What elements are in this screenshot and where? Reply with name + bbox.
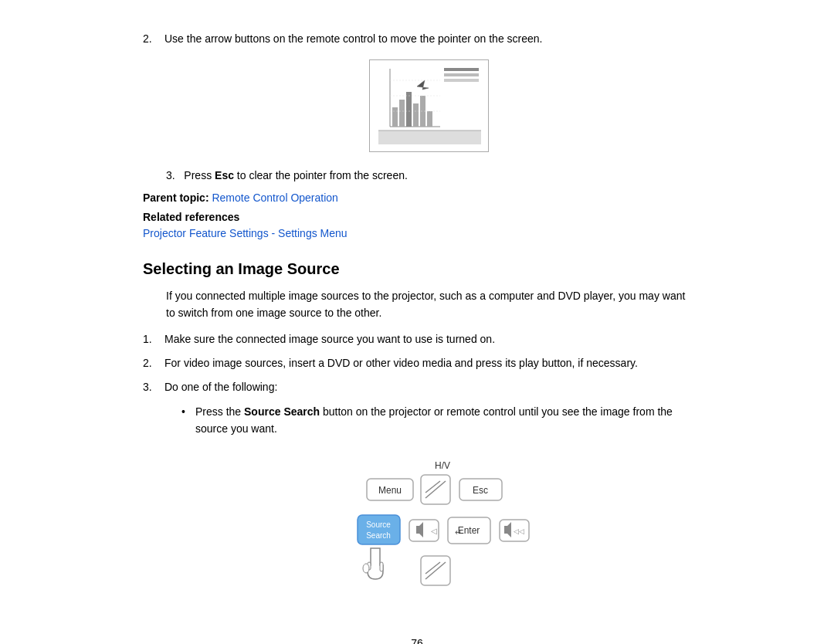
chart-svg bbox=[375, 65, 485, 148]
section-step-1: 1. Make sure the connected image source … bbox=[143, 331, 691, 347]
hand-cursor-icon bbox=[363, 548, 383, 579]
remote-svg-wrapper: H/V Menu Esc Source Search bbox=[320, 452, 537, 606]
svg-rect-0 bbox=[444, 68, 479, 71]
svg-rect-12 bbox=[378, 130, 481, 144]
related-refs-link[interactable]: Projector Feature Settings - Settings Me… bbox=[143, 227, 348, 239]
bullet-1-pre: Press the bbox=[195, 405, 244, 418]
section-step-number-2: 2. bbox=[143, 355, 158, 371]
svg-text:Menu: Menu bbox=[378, 485, 402, 496]
step-3-esc: Esc bbox=[215, 169, 234, 181]
parent-topic-label: Parent topic: bbox=[143, 192, 209, 204]
remote-svg: H/V Menu Esc Source Search bbox=[320, 452, 537, 606]
step-2-text: Use the arrow buttons on the remote cont… bbox=[164, 31, 691, 47]
bullet-1-bold: Source Search bbox=[244, 405, 320, 418]
section-step-1-text: Make sure the connected image source you… bbox=[164, 331, 691, 347]
section-step-3-text: Do one of the following: bbox=[164, 379, 691, 395]
svg-point-42 bbox=[363, 564, 369, 573]
section-step-2: 2. For video image sources, insert a DVD… bbox=[143, 355, 691, 371]
section-step-number-1: 1. bbox=[143, 331, 158, 347]
svg-rect-5 bbox=[392, 107, 398, 127]
svg-rect-25 bbox=[358, 515, 400, 544]
section-step-3: 3. Do one of the following: bbox=[143, 379, 691, 395]
svg-rect-41 bbox=[380, 562, 383, 571]
svg-rect-6 bbox=[399, 100, 405, 127]
related-references: Related references Projector Feature Set… bbox=[143, 209, 691, 242]
bullet-1: • Press the Source Search button on the … bbox=[181, 403, 691, 438]
intro-paragraph: If you connected multiple image sources … bbox=[166, 287, 691, 322]
step-3: 3. Press Esc to clear the pointer from t… bbox=[166, 168, 691, 184]
svg-text:◁◁: ◁◁ bbox=[514, 527, 524, 535]
remote-diagram-container: H/V Menu Esc Source Search bbox=[166, 452, 691, 606]
step-3-pre: Press bbox=[184, 169, 215, 181]
svg-text:↵: ↵ bbox=[455, 527, 462, 537]
svg-text:◁: ◁ bbox=[431, 527, 437, 535]
svg-text:H/V: H/V bbox=[435, 460, 450, 471]
svg-text:Esc: Esc bbox=[473, 485, 488, 496]
step-3-post: to clear the pointer from the screen. bbox=[234, 169, 408, 181]
svg-rect-8 bbox=[413, 103, 419, 127]
section-step-number-3: 3. bbox=[143, 379, 158, 395]
svg-rect-2 bbox=[444, 79, 479, 82]
step-number-2: 2. bbox=[143, 31, 158, 47]
parent-topic: Parent topic: Remote Control Operation bbox=[143, 190, 691, 206]
svg-text:Search: Search bbox=[366, 531, 391, 540]
chart-image-container bbox=[166, 59, 691, 152]
svg-text:Source: Source bbox=[366, 520, 391, 529]
page-content: 2. Use the arrow buttons on the remote c… bbox=[127, 0, 707, 644]
svg-marker-11 bbox=[417, 80, 429, 90]
section-step-2-text: For video image sources, insert a DVD or… bbox=[164, 355, 691, 371]
section-title: Selecting an Image Source bbox=[143, 260, 691, 278]
step-2: 2. Use the arrow buttons on the remote c… bbox=[143, 31, 691, 47]
svg-rect-1 bbox=[444, 73, 479, 76]
chart-diagram bbox=[369, 59, 489, 152]
bullet-dot: • bbox=[181, 403, 189, 438]
svg-rect-7 bbox=[406, 92, 412, 127]
bullet-1-text: Press the Source Search button on the pr… bbox=[195, 403, 691, 438]
page-number: 76 bbox=[143, 637, 691, 644]
svg-rect-10 bbox=[427, 111, 432, 127]
related-refs-label: Related references bbox=[143, 209, 691, 225]
step-3-prefix: 3. bbox=[166, 169, 181, 181]
parent-topic-link[interactable]: Remote Control Operation bbox=[212, 192, 337, 204]
